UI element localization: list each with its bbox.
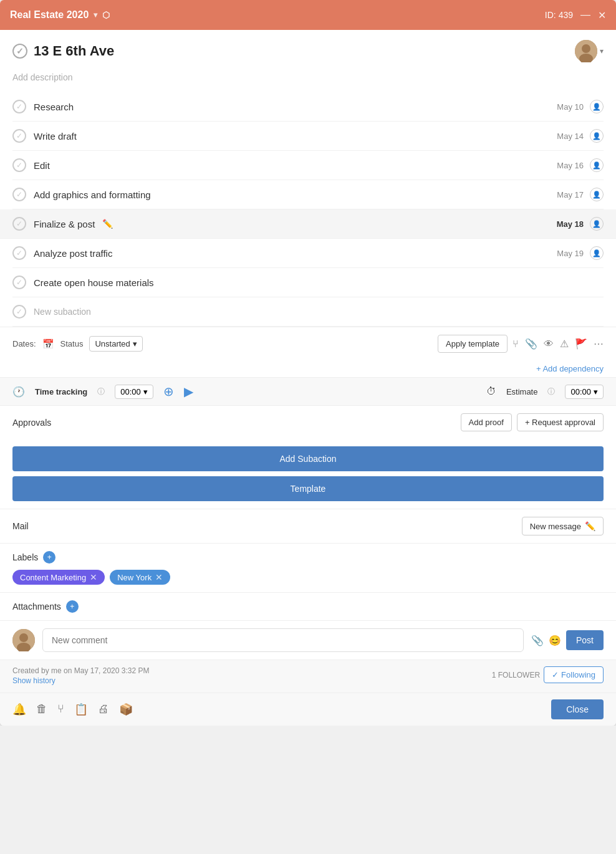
request-approval-button[interactable]: + Request approval <box>517 413 604 431</box>
status-label: Status <box>60 339 84 348</box>
close-icon[interactable]: ✕ <box>598 9 606 21</box>
alert-icon[interactable]: ⚠ <box>560 338 569 350</box>
show-history-link[interactable]: Show history <box>12 676 149 685</box>
time-tracking-info-icon[interactable]: ⓘ <box>97 386 105 397</box>
add-subaction-button[interactable]: Add Subaction <box>12 446 604 471</box>
subtask-date-analyze: May 19 <box>557 249 584 258</box>
trash-icon[interactable]: 🗑 <box>36 703 47 716</box>
new-subaction-check[interactable]: ✓ <box>12 305 26 319</box>
header-right: ID: 439 — ✕ <box>545 9 606 21</box>
comment-input[interactable] <box>42 628 524 652</box>
estimate-input[interactable]: 00:00 ▾ <box>565 385 604 399</box>
share-icon[interactable]: ⑂ <box>57 703 64 716</box>
label-chip-content-marketing[interactable]: Content Marketing ✕ <box>12 570 105 585</box>
table-row[interactable]: ✓ Write draft May 14 👤 <box>12 122 604 151</box>
approvals-buttons: Add proof + Request approval <box>461 413 604 431</box>
subtask-user-icon-writedraft[interactable]: 👤 <box>590 129 604 143</box>
flag-icon[interactable]: 🚩 <box>575 338 587 350</box>
edit-icon[interactable]: ✏️ <box>102 219 113 229</box>
labels-header: Labels + <box>12 551 604 564</box>
label-remove-content-marketing[interactable]: ✕ <box>90 572 97 582</box>
description-area[interactable]: Add description <box>0 67 616 92</box>
table-row[interactable]: ✓ Add graphics and formatting May 17 👤 <box>12 180 604 209</box>
subtask-right-analyze: May 19 👤 <box>557 246 604 260</box>
apply-template-button[interactable]: Apply template <box>438 335 508 353</box>
subtask-left: ✓ Edit <box>12 158 50 172</box>
subtasks-list: ✓ Research May 10 👤 ✓ Write draft May 14… <box>0 92 616 327</box>
post-button[interactable]: Post <box>566 630 604 650</box>
task-name[interactable]: 13 E 6th Ave <box>34 43 114 59</box>
subtask-check-analyze[interactable]: ✓ <box>12 246 26 260</box>
subtask-user-icon-edit[interactable]: 👤 <box>590 158 604 172</box>
add-dependency-link[interactable]: + Add dependency <box>0 360 616 377</box>
created-text: Created by me on May 17, 2020 3:32 PM <box>12 666 149 675</box>
subtask-right-finalize: May 18 👤 <box>557 217 604 231</box>
label-chip-newyork[interactable]: New York ✕ <box>110 570 170 585</box>
toolbar-icons: ⑂ 📎 👁 ⚠ 🚩 ⋯ <box>513 338 604 350</box>
estimate-label: Estimate <box>506 387 538 396</box>
subtask-check-research[interactable]: ✓ <box>12 100 26 113</box>
add-proof-button[interactable]: Add proof <box>461 413 512 431</box>
subtask-check-openhouse[interactable]: ✓ <box>12 276 26 289</box>
status-dropdown[interactable]: Unstarted ▾ <box>89 336 142 352</box>
emoji-icon[interactable]: 😊 <box>549 635 561 646</box>
table-row[interactable]: ✓ Analyze post traffic May 19 👤 <box>12 239 604 268</box>
new-subaction-placeholder[interactable]: New subaction <box>34 307 91 317</box>
table-row[interactable]: ✓ Finalize & post ✏️ May 18 👤 <box>0 209 616 239</box>
subtask-name-analyze: Analyze post traffic <box>34 248 112 259</box>
more-icon[interactable]: ⋯ <box>594 338 604 350</box>
table-row[interactable]: ✓ Edit May 16 👤 <box>12 151 604 180</box>
alarm-icon[interactable]: 🔔 <box>12 703 26 716</box>
toolbar-right: Apply template ⑂ 📎 👁 ⚠ 🚩 ⋯ <box>438 335 604 353</box>
time-play-icon[interactable]: ▶ <box>184 384 193 399</box>
subtask-user-icon-research[interactable]: 👤 <box>590 100 604 113</box>
avatar[interactable] <box>575 40 597 62</box>
estimate-info-icon[interactable]: ⓘ <box>547 386 555 397</box>
subtask-check-edit[interactable]: ✓ <box>12 158 26 172</box>
attachment-icon[interactable]: 📎 <box>525 338 537 350</box>
description-placeholder: Add description <box>12 72 73 82</box>
time-add-icon[interactable]: ⊕ <box>163 384 174 399</box>
external-link-icon[interactable]: ⬡ <box>102 10 110 20</box>
status-value: Unstarted <box>95 339 130 348</box>
new-message-button[interactable]: New message ✏️ <box>522 517 604 535</box>
task-title: ✓ 13 E 6th Ave <box>12 43 114 59</box>
close-button[interactable]: Close <box>551 699 604 719</box>
svg-point-4 <box>19 633 28 642</box>
following-check-icon: ✓ <box>552 670 559 679</box>
following-label: Following <box>561 670 595 679</box>
time-tracking-input[interactable]: 00:00 ▾ <box>115 385 153 399</box>
subtask-left: ✓ Write draft <box>12 129 77 143</box>
subtask-check-graphics[interactable]: ✓ <box>12 188 26 201</box>
hide-icon[interactable]: 👁 <box>544 338 554 350</box>
subtask-left: ✓ New subaction <box>12 305 91 319</box>
subtask-check-finalize[interactable]: ✓ <box>12 217 26 231</box>
comment-row: 📎 😊 Post <box>0 620 616 660</box>
add-label-button[interactable]: + <box>43 551 55 564</box>
branch-icon[interactable]: ⑂ <box>513 338 519 350</box>
table-row[interactable]: ✓ Create open house materials <box>12 268 604 297</box>
subtask-left: ✓ Add graphics and formatting <box>12 188 151 201</box>
subtask-name-edit: Edit <box>34 160 50 171</box>
subtask-user-icon-finalize[interactable]: 👤 <box>590 217 604 231</box>
dates-label: Dates: <box>12 339 36 348</box>
add-attachment-button[interactable]: + <box>66 600 79 613</box>
archive-icon[interactable]: 📦 <box>119 703 133 716</box>
header-left: Real Estate 2020 ▾ ⬡ <box>10 9 110 21</box>
calendar-icon[interactable]: 📅 <box>42 338 54 350</box>
copy-icon[interactable]: 📋 <box>74 703 88 716</box>
avatar-dropdown-icon[interactable]: ▾ <box>600 47 604 55</box>
subtask-user-icon-graphics[interactable]: 👤 <box>590 188 604 201</box>
table-row[interactable]: ✓ Research May 10 👤 <box>12 92 604 122</box>
subtask-check-writedraft[interactable]: ✓ <box>12 129 26 143</box>
dropdown-arrow-icon[interactable]: ▾ <box>94 11 97 19</box>
print-icon[interactable]: 🖨 <box>98 703 109 716</box>
subtask-user-icon-analyze[interactable]: 👤 <box>590 246 604 260</box>
label-remove-newyork[interactable]: ✕ <box>155 572 163 582</box>
template-button[interactable]: Template <box>12 476 604 501</box>
new-subaction-row[interactable]: ✓ New subaction <box>12 297 604 327</box>
minimize-button[interactable]: — <box>580 9 590 21</box>
attachment-comment-icon[interactable]: 📎 <box>531 635 544 646</box>
task-complete-toggle[interactable]: ✓ <box>12 44 27 59</box>
following-button[interactable]: ✓ Following <box>544 666 604 683</box>
